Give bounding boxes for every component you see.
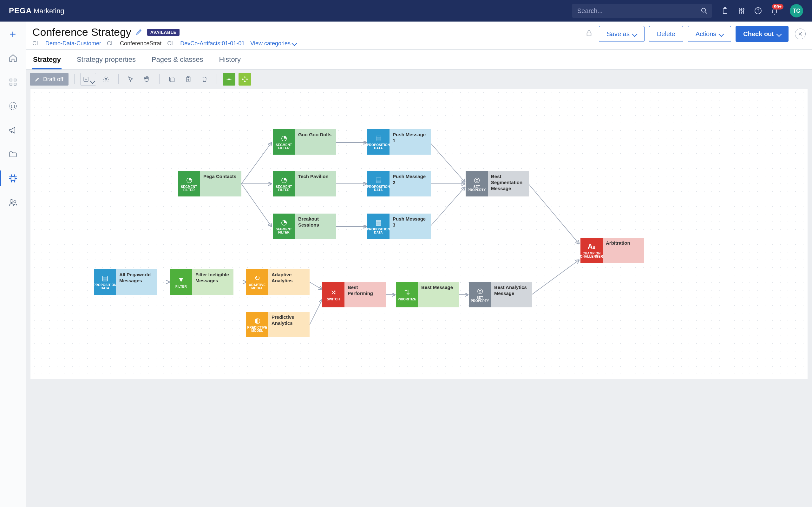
record-header: Conference Strategy AVAILABLE CL Demo-Da… [26,21,812,50]
search-input[interactable] [572,4,697,18]
shape-type-label: PRIORITIZE [397,298,416,301]
segment-icon: ◔ [281,218,287,227]
svg-line-65 [310,282,322,290]
clipboard-button[interactable] [721,6,729,15]
search-button[interactable] [697,4,712,18]
actions-button[interactable]: Actions [688,26,731,42]
notifications-button[interactable]: 99+ [770,6,779,15]
close-record-button[interactable] [795,29,806,39]
pointer-tool[interactable] [124,73,137,86]
user-avatar[interactable]: TC [790,4,803,17]
edit-title-button[interactable] [136,28,143,37]
cursor-icon [128,76,134,82]
draft-toggle[interactable]: Draft off [30,73,68,86]
breadcrumb-customer-link[interactable]: Demo-Data-Customer [45,40,101,47]
strategy-canvas[interactable]: ◔SEGMENT FILTER Pega Contacts ◔SEGMENT F… [31,89,808,379]
add-shape-button[interactable] [80,73,96,86]
svg-point-12 [758,9,758,9]
node-breakout-sessions[interactable]: ◔SEGMENT FILTER Breakout Sessions [273,214,336,239]
node-predictive-analytics[interactable]: ◐PREDICTIVE MODEL Predictive Analytics [246,312,310,337]
lock-icon [586,30,593,38]
node-adaptive-analytics[interactable]: ↻ADAPTIVE MODEL Adaptive Analytics [246,269,310,295]
copy-button[interactable] [165,73,179,86]
save-as-button[interactable]: Save as [599,26,645,42]
switch-icon: ⤭ [331,288,336,297]
chevron-down-icon [777,31,781,38]
shape-type-label: PROPOSITION DATA [367,228,390,234]
paste-icon [185,76,192,83]
node-best-segmentation[interactable]: ◎SET PROPERTY Best Segmentation Message [466,171,529,196]
node-push-3[interactable]: ▤PROPOSITION DATA Push Message 3 [367,214,431,239]
pan-tool[interactable] [140,73,154,86]
cl-label-3: CL [167,40,174,47]
tab-strategy[interactable]: Strategy [32,50,61,69]
svg-point-0 [702,8,706,12]
node-label: Push Message 1 [390,129,431,155]
shape-type-label: SEGMENT FILTER [179,185,200,192]
svg-line-61 [430,187,465,227]
node-label: Tech Pavilion [295,171,336,196]
rail-home[interactable] [6,51,20,65]
shape-type-label: FILTER [175,285,187,288]
champion-icon: AB [588,242,596,250]
node-label: Best Performing [345,282,386,307]
search-box[interactable] [572,4,712,18]
svg-point-33 [14,201,16,203]
tab-history[interactable]: History [218,50,241,69]
rail-strategies[interactable] [6,172,20,185]
node-pega-contacts[interactable]: ◔SEGMENT FILTER Pega Contacts [178,171,241,196]
close-icon [798,32,803,36]
hand-icon [143,76,150,83]
adaptive-icon: ↻ [254,274,260,282]
top-nav: PEGA Marketing 99+ TC [0,0,812,21]
chevron-down-icon [633,31,637,38]
node-label: Pega Contacts [200,171,241,196]
node-all-pegaworld[interactable]: ▤PROPOSITION DATA All Pegaworld Messages [94,269,157,295]
tab-pages[interactable]: Pages & classes [151,50,204,69]
breadcrumb-ruleset-link[interactable]: DevCo-Artifacts:01-01-01 [180,40,245,47]
checkout-label: Check out [743,31,774,38]
node-best-analytics[interactable]: ◎SET PROPERTY Best Analytics Message [469,282,532,307]
node-arbitration[interactable]: ABCHAMPION CHALLENGER Arbitration [580,238,644,263]
view-categories-label: View categories [250,40,291,47]
checkout-button[interactable]: Check out [735,26,789,42]
node-goo-goo-dolls[interactable]: ◔SEGMENT FILTER Goo Goo Dolls [273,129,336,155]
rail-one-to-one[interactable]: 1:1 [6,100,20,113]
tab-properties[interactable]: Strategy properties [76,50,136,69]
rail-campaigns[interactable] [6,124,20,137]
paste-button[interactable] [182,73,195,86]
svg-line-53 [241,143,271,184]
delete-button[interactable]: Delete [649,26,683,42]
node-label: Goo Goo Dolls [295,129,336,155]
clipboard-icon [721,7,729,15]
svg-line-59 [430,143,465,182]
auto-arrange-button[interactable] [223,73,235,86]
expand-button[interactable] [239,73,251,86]
canvas-settings-button[interactable] [99,73,113,86]
view-categories-button[interactable]: View categories [250,40,296,47]
chevron-down-icon [719,31,723,38]
node-label: Adaptive Analytics [268,269,310,295]
svg-point-7 [739,9,740,10]
cl-label-1: CL [32,40,40,47]
draft-label: Draft off [43,76,63,83]
node-best-performing[interactable]: ⤭SWITCH Best Performing [322,282,386,307]
shape-type-label: PROPOSITION DATA [367,144,390,150]
node-label: All Pegaworld Messages [116,269,157,295]
rail-audiences[interactable] [6,196,20,209]
svg-rect-16 [14,83,16,85]
settings-sliders-button[interactable] [737,6,746,15]
rail-create-button[interactable]: + [6,27,20,41]
node-tech-pavilion[interactable]: ◔SEGMENT FILTER Tech Pavilion [273,171,336,196]
info-button[interactable] [754,6,763,15]
rail-content[interactable] [6,148,20,161]
shape-type-label: CHAMPION CHALLENGER [580,252,603,258]
node-push-2[interactable]: ▤PROPOSITION DATA Push Message 2 [367,171,431,196]
node-best-message[interactable]: ⇅PRIORITIZE Best Message [396,282,459,307]
svg-rect-13 [10,79,12,81]
node-filter-ineligible[interactable]: ▼FILTER Filter Ineligible Messages [170,269,234,295]
breadcrumb-class: ConferenceStrat [120,40,161,47]
rail-apps[interactable] [6,75,20,89]
delete-shape-button[interactable] [198,73,211,86]
node-push-1[interactable]: ▤PROPOSITION DATA Push Message 1 [367,129,431,155]
